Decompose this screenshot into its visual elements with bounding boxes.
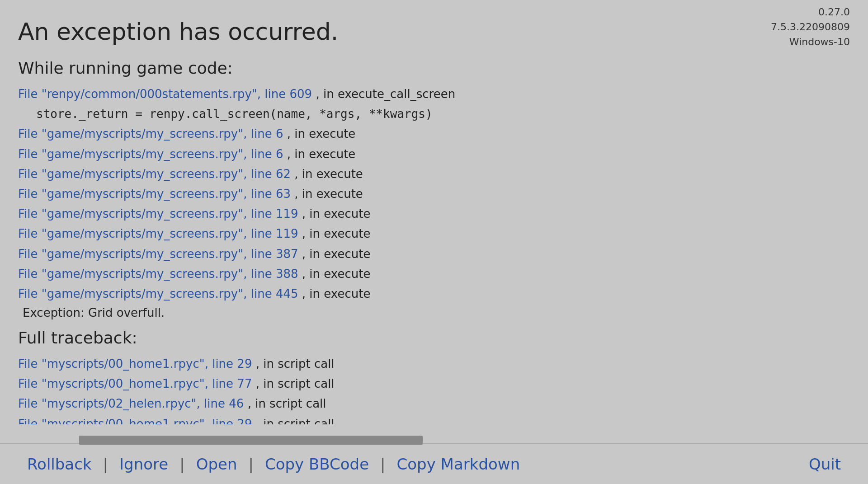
separator: | xyxy=(380,455,385,473)
traceback-line: File "game/myscripts/my_screens.rpy", li… xyxy=(18,164,841,184)
scrollable-area[interactable]: An exception has occurred. While running… xyxy=(18,14,850,424)
version-line1: 0.27.0 xyxy=(818,6,850,18)
full-traceback-title: Full traceback: xyxy=(18,329,841,347)
version-line2: 7.5.3.22090809 xyxy=(771,21,850,33)
exception-title: An exception has occurred. xyxy=(18,18,841,45)
traceback-line: File "myscripts/00_home1.rpyc", line 29 … xyxy=(18,354,841,374)
rollback-button[interactable]: Rollback xyxy=(18,451,101,478)
file-link[interactable]: File "game/myscripts/my_screens.rpy", li… xyxy=(18,147,283,161)
traceback-line: File "game/myscripts/my_screens.rpy", li… xyxy=(18,184,841,204)
file-link[interactable]: File "game/myscripts/my_screens.rpy", li… xyxy=(18,167,291,181)
copy-markdown-button[interactable]: Copy Markdown xyxy=(388,451,529,478)
file-link[interactable]: File "myscripts/00_home1.rpyc", line 29 xyxy=(18,357,252,371)
separator: | xyxy=(248,455,253,473)
separator: | xyxy=(179,455,184,473)
file-link[interactable]: File "myscripts/00_home1.rpyc", line 29 xyxy=(18,417,252,424)
traceback-line: File "game/myscripts/my_screens.rpy", li… xyxy=(18,204,841,224)
file-link[interactable]: File "game/myscripts/my_screens.rpy", li… xyxy=(18,127,283,141)
traceback-line: File "game/myscripts/my_screens.rpy", li… xyxy=(18,144,841,164)
traceback-line: File "myscripts/00_home1.rpyc", line 77 … xyxy=(18,374,841,394)
file-link[interactable]: File "renpy/common/000statements.rpy", l… xyxy=(18,87,312,101)
ignore-button[interactable]: Ignore xyxy=(110,451,177,478)
traceback-line: File "renpy/common/000statements.rpy", l… xyxy=(18,84,841,104)
file-link[interactable]: File "myscripts/02_helen.rpyc", line 46 xyxy=(18,397,244,410)
horizontal-scroll-container xyxy=(0,433,868,442)
traceback-line: File "game/myscripts/my_screens.rpy", li… xyxy=(18,284,841,304)
file-link[interactable]: File "game/myscripts/my_screens.rpy", li… xyxy=(18,287,298,301)
exception-message: Exception: Grid overfull. xyxy=(23,306,841,320)
traceback-line: File "myscripts/00_home1.rpyc", line 29 … xyxy=(18,414,841,424)
bottom-toolbar: Rollback | Ignore | Open | Copy BBCode |… xyxy=(0,443,868,484)
traceback-line: File "game/myscripts/my_screens.rpy", li… xyxy=(18,244,841,264)
horizontal-scrollbar[interactable] xyxy=(79,436,423,445)
main-content: 0.27.0 7.5.3.22090809 Windows-10 An exce… xyxy=(0,0,868,433)
file-link[interactable]: File "game/myscripts/my_screens.rpy", li… xyxy=(18,227,298,240)
while-running-section: While running game code: File "renpy/com… xyxy=(18,59,841,320)
while-running-title: While running game code: xyxy=(18,59,841,77)
quit-button[interactable]: Quit xyxy=(800,451,850,478)
version-info: 0.27.0 7.5.3.22090809 Windows-10 xyxy=(771,5,850,49)
file-link[interactable]: File "myscripts/00_home1.rpyc", line 77 xyxy=(18,377,252,390)
file-link[interactable]: File "game/myscripts/my_screens.rpy", li… xyxy=(18,207,298,221)
code-line: store._return = renpy.call_screen(name, … xyxy=(36,107,433,121)
traceback-line: File "myscripts/02_helen.rpyc", line 46 … xyxy=(18,394,841,414)
file-link[interactable]: File "game/myscripts/my_screens.rpy", li… xyxy=(18,187,291,201)
file-link[interactable]: File "game/myscripts/my_screens.rpy", li… xyxy=(18,267,298,281)
open-button[interactable]: Open xyxy=(187,451,246,478)
copy-bbcode-button[interactable]: Copy BBCode xyxy=(256,451,378,478)
traceback-line: File "game/myscripts/my_screens.rpy", li… xyxy=(18,224,841,244)
version-line3: Windows-10 xyxy=(789,36,850,47)
separator: | xyxy=(103,455,108,473)
file-link[interactable]: File "game/myscripts/my_screens.rpy", li… xyxy=(18,247,298,261)
full-traceback-section: Full traceback: File "myscripts/00_home1… xyxy=(18,329,841,424)
traceback-line: File "game/myscripts/my_screens.rpy", li… xyxy=(18,124,841,144)
traceback-line: File "game/myscripts/my_screens.rpy", li… xyxy=(18,264,841,284)
